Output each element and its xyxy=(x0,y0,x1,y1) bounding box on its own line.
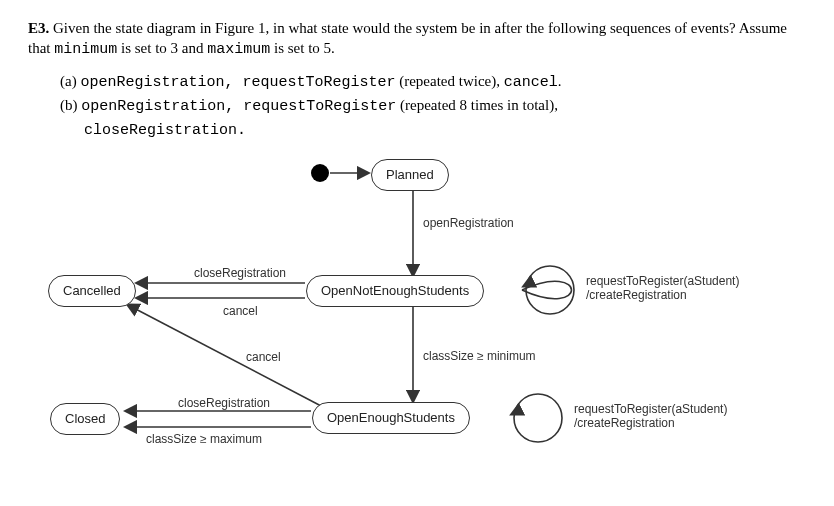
loop2-trigger: requestToRegister(aStudent) xyxy=(574,402,727,416)
label-cancel-2: cancel xyxy=(246,349,281,365)
subquestion-list: (a) openRegistration, requestToRegister … xyxy=(28,71,806,142)
param-max-name: maximum xyxy=(207,41,270,58)
state-diagram: Planned OpenNotEnoughStudents OpenEnough… xyxy=(28,155,808,485)
loop1-action: /createRegistration xyxy=(586,288,687,302)
subquestion-a: (a) openRegistration, requestToRegister … xyxy=(60,71,806,93)
sub-a-tail: (repeated twice), xyxy=(395,73,503,89)
initial-state-icon xyxy=(311,164,329,182)
sub-b-seq: openRegistration, requestToRegister xyxy=(81,98,396,115)
sub-b-label: (b) xyxy=(60,97,81,113)
state-ones-label: OpenNotEnoughStudents xyxy=(321,283,469,298)
subquestion-b-line2: closeRegistration. xyxy=(60,119,806,141)
label-open-registration: openRegistration xyxy=(423,215,514,231)
prompt-text-2: is set to 3 and xyxy=(117,40,207,56)
param-min-name: minimum xyxy=(54,41,117,58)
state-closed: Closed xyxy=(50,403,120,435)
state-open-not-enough: OpenNotEnoughStudents xyxy=(306,275,484,307)
svg-line-9 xyxy=(524,285,526,286)
subquestion-b: (b) openRegistration, requestToRegister … xyxy=(60,95,806,117)
label-loop-ones: requestToRegister(aStudent) /createRegis… xyxy=(586,275,739,303)
state-cancelled-label: Cancelled xyxy=(63,283,121,298)
svg-point-10 xyxy=(514,394,562,442)
question-tag: E3. xyxy=(28,20,49,36)
label-loop-oes: requestToRegister(aStudent) /createRegis… xyxy=(574,403,727,431)
state-oes-label: OpenEnoughStudents xyxy=(327,410,455,425)
label-close-registration-2: closeRegistration xyxy=(178,395,270,411)
svg-line-5 xyxy=(128,305,323,407)
sub-b-line2: closeRegistration. xyxy=(84,122,246,139)
state-cancelled: Cancelled xyxy=(48,275,136,307)
sub-a-last: cancel xyxy=(504,74,558,91)
sub-a-label: (a) xyxy=(60,73,80,89)
label-classsize-min: classSize ≥ minimum xyxy=(423,348,536,364)
state-open-enough: OpenEnoughStudents xyxy=(312,402,470,434)
loop1-trigger: requestToRegister(aStudent) xyxy=(586,274,739,288)
sub-b-tail: (repeated 8 times in total), xyxy=(396,97,558,113)
label-classsize-max: classSize ≥ maximum xyxy=(146,431,262,447)
state-closed-label: Closed xyxy=(65,411,105,426)
label-cancel-1: cancel xyxy=(223,303,258,319)
state-planned: Planned xyxy=(371,159,449,191)
question-prompt: E3. Given the state diagram in Figure 1,… xyxy=(28,18,806,61)
svg-point-8 xyxy=(526,266,574,314)
diagram-arrows xyxy=(28,155,808,485)
prompt-text-3: is set to 5. xyxy=(270,40,335,56)
sub-a-dot: . xyxy=(558,73,562,89)
sub-a-seq: openRegistration, requestToRegister xyxy=(80,74,395,91)
label-close-registration-1: closeRegistration xyxy=(194,265,286,281)
state-planned-label: Planned xyxy=(386,167,434,182)
svg-line-11 xyxy=(512,413,514,414)
loop2-action: /createRegistration xyxy=(574,416,675,430)
